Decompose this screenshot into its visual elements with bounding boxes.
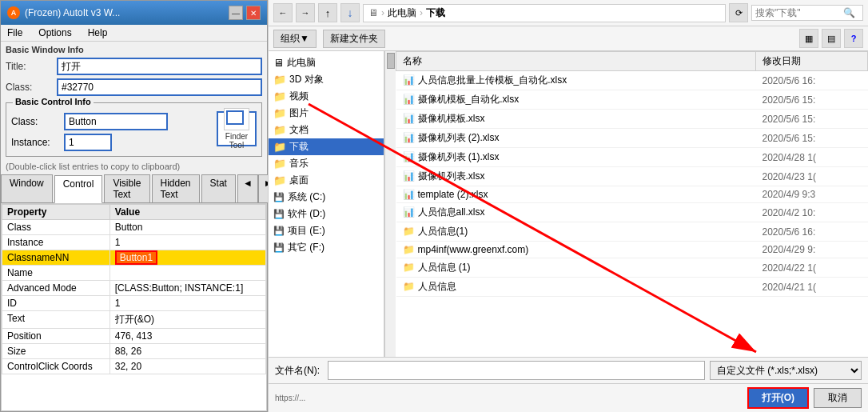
new-folder-button[interactable]: 新建文件夹 — [323, 30, 385, 48]
sidebar-item[interactable]: 📁音乐 — [269, 155, 384, 172]
sidebar-item[interactable]: 🖥此电脑 — [269, 54, 384, 71]
sidebar-item[interactable]: 📁桌面 — [269, 172, 384, 189]
cancel-button[interactable]: 取消 — [814, 388, 862, 408]
filename-input[interactable] — [328, 361, 705, 380]
up-button[interactable]: ↑ — [318, 3, 337, 22]
breadcrumb-computer: 🖥 — [368, 7, 378, 18]
table-row[interactable]: ID1 — [2, 296, 266, 311]
view-grid-button[interactable]: ▦ — [799, 29, 818, 48]
table-row[interactable]: Instance1 — [2, 235, 266, 250]
menu-options[interactable]: Options — [35, 26, 74, 39]
tab-stat[interactable]: Stat — [201, 174, 236, 202]
tab-hidden-text[interactable]: Hidden Text — [152, 174, 200, 202]
xlsx-icon: 📊 — [403, 151, 415, 162]
file-row[interactable]: 📁人员信息2020/4/21 1( — [396, 278, 868, 297]
property-cell: Name — [2, 266, 110, 281]
back-button[interactable]: ← — [273, 3, 293, 22]
folder-icon: 📁 — [273, 141, 286, 153]
sidebar-item[interactable]: 💾系统 (C:) — [269, 189, 384, 206]
sidebar-label: 桌面 — [289, 174, 309, 187]
property-cell: Text — [2, 311, 110, 329]
table-row[interactable]: ClassButton — [2, 220, 266, 235]
tab-prev[interactable]: ◄ — [237, 174, 258, 202]
sidebar-label: 音乐 — [289, 157, 309, 170]
sidebar-label: 下载 — [289, 140, 309, 154]
sidebar-item[interactable]: 💾其它 (F:) — [269, 239, 384, 256]
col-date[interactable]: 修改日期 — [756, 52, 868, 71]
breadcrumb[interactable]: 🖥 › 此电脑 › 下载 — [363, 4, 726, 22]
file-row[interactable]: 📊摄像机模板.xlsx2020/5/6 15: — [396, 110, 868, 129]
refresh-button[interactable]: ⟳ — [729, 3, 748, 22]
class-input[interactable] — [57, 78, 262, 96]
menu-file[interactable]: File — [4, 26, 26, 39]
value-cell: 32, 20 — [109, 359, 265, 374]
download-button[interactable]: ↓ — [340, 3, 360, 22]
organize-button[interactable]: 组织▼ — [273, 30, 317, 48]
open-button[interactable]: 打开(O) — [747, 387, 809, 409]
sidebar-item[interactable]: 📁图片 — [269, 105, 384, 122]
tab-visible-text[interactable]: Visible Text — [104, 174, 149, 202]
table-row[interactable]: Advanced Mode[CLASS:Button; INSTANCE:1] — [2, 281, 266, 296]
col-property: Property — [2, 205, 110, 220]
table-row[interactable]: Size88, 26 — [2, 344, 266, 359]
sidebar-item[interactable]: 💾项目 (E:) — [269, 222, 384, 239]
breadcrumb-folder: 下载 — [426, 6, 445, 20]
property-cell: ClassnameNN — [2, 250, 110, 266]
view-list-button[interactable]: ▤ — [822, 29, 841, 48]
file-row[interactable]: 📊template (2).xlsx2020/4/9 9:3 — [396, 186, 868, 203]
title-input[interactable] — [57, 58, 262, 75]
col-name[interactable]: 名称 — [396, 52, 756, 71]
sidebar-item[interactable]: 📁视频 — [269, 88, 384, 105]
sidebar-label: 其它 (F:) — [288, 241, 325, 254]
value-cell: 88, 26 — [109, 344, 265, 359]
file-row[interactable]: 📁人员信息(1)2020/5/6 16: — [396, 222, 868, 242]
breadcrumb-thispc: 此电脑 — [388, 6, 416, 20]
file-row[interactable]: 📊摄像机列表 (1).xlsx2020/4/28 1( — [396, 148, 868, 167]
sidebar-item[interactable]: 📁3D 对象 — [269, 71, 384, 88]
filename-row: 文件名(N): 自定义文件 (*.xls;*.xlsx) — [269, 357, 868, 383]
file-name-cell: 📊人员信息批量上传模板_自动化.xlsx — [396, 71, 756, 90]
table-row[interactable]: Name — [2, 266, 266, 281]
basic-window-info-label: Basic Window Info — [1, 42, 267, 56]
file-name-cell: 📊template (2).xlsx — [396, 186, 756, 203]
xlsx-icon: 📊 — [403, 170, 415, 182]
help-button[interactable]: ? — [844, 29, 863, 48]
sidebar-label: 此电脑 — [287, 56, 316, 70]
xlsx-icon: 📊 — [403, 189, 415, 200]
table-row[interactable]: Text打开(&O) — [2, 311, 266, 329]
file-row[interactable]: 📊人员信息批量上传模板_自动化.xlsx2020/5/6 16: — [396, 71, 868, 90]
file-row[interactable]: 📊摄像机模板_自动化.xlsx2020/5/6 15: — [396, 90, 868, 110]
close-button[interactable]: ✕ — [246, 6, 261, 20]
file-date-cell: 2020/5/6 15: — [756, 110, 868, 129]
file-date-cell: 2020/5/6 15: — [756, 90, 868, 110]
tab-control[interactable]: Control — [54, 175, 103, 203]
minimize-button[interactable]: — — [229, 6, 243, 20]
file-row[interactable]: 📊摄像机列表.xlsx2020/4/23 1( — [396, 167, 868, 186]
file-row[interactable]: 📁mp4inf(www.greenxf.com)2020/4/29 9: — [396, 242, 868, 258]
menu-help[interactable]: Help — [85, 26, 111, 39]
sidebar-item[interactable]: 📁下载 — [269, 138, 384, 155]
table-row[interactable]: ClassnameNNButton1 — [2, 250, 266, 266]
search-icon[interactable]: 🔍 — [843, 7, 855, 18]
tab-window[interactable]: Window — [1, 174, 53, 202]
control-instance-input[interactable] — [64, 134, 112, 151]
filetype-select[interactable]: 自定义文件 (*.xls;*.xlsx) — [710, 361, 862, 380]
file-row[interactable]: 📁人员信息 (1)2020/4/22 1( — [396, 258, 868, 278]
search-input[interactable] — [755, 7, 843, 18]
sidebar-item[interactable]: 📁文档 — [269, 122, 384, 138]
vertical-scrollbar[interactable] — [384, 51, 396, 357]
finder-tool[interactable]: Finder Tool — [217, 111, 257, 146]
file-browser: ← → ↑ ↓ 🖥 › 此电脑 › 下载 ⟳ 🔍 组织▼ 新建文件夹 ▦ ▤ ? — [268, 0, 868, 412]
table-row[interactable]: Position476, 413 — [2, 329, 266, 344]
sidebar-item[interactable]: 💾软件 (D:) — [269, 206, 384, 222]
file-date-cell: 2020/4/21 1( — [756, 278, 868, 297]
file-name-cell: 📊摄像机列表 (1).xlsx — [396, 148, 756, 167]
forward-button[interactable]: → — [296, 3, 315, 22]
file-row[interactable]: 📊摄像机列表 (2).xlsx2020/5/6 15: — [396, 129, 868, 148]
table-row[interactable]: ControlClick Coords32, 20 — [2, 359, 266, 374]
control-class-input[interactable] — [64, 113, 168, 130]
search-box[interactable]: 🔍 — [751, 5, 863, 21]
file-name-cell: 📊人员信息all.xlsx — [396, 203, 756, 222]
file-row[interactable]: 📊人员信息all.xlsx2020/4/2 10: — [396, 203, 868, 222]
file-name-cell: 📁mp4inf(www.greenxf.com) — [396, 242, 756, 258]
